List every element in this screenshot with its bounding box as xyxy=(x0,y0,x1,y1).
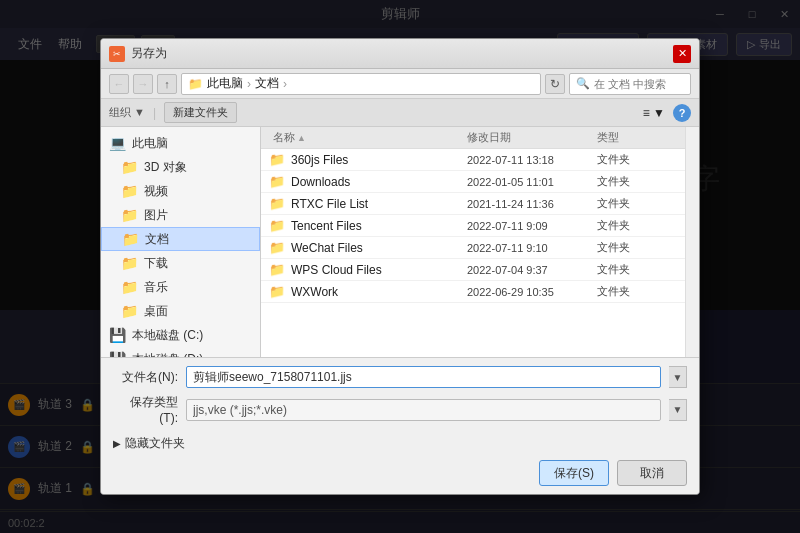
dialog-title-bar: ✂ 另存为 ✕ xyxy=(101,39,699,69)
search-box: 🔍 xyxy=(569,73,691,95)
refresh-button[interactable]: ↻ xyxy=(545,74,565,94)
file-label-0: 360js Files xyxy=(291,153,348,167)
breadcrumb-docs[interactable]: 文档 xyxy=(255,75,279,92)
search-icon: 🔍 xyxy=(576,77,590,90)
file-type-4: 文件夹 xyxy=(597,240,677,255)
filetype-dropdown-arrow[interactable]: ▼ xyxy=(669,399,687,421)
filename-row: 文件名(N): ▼ xyxy=(113,366,687,388)
dialog-overlay: ✂ 另存为 ✕ ← → ↑ 📁 此电脑 › 文档 › ↻ 🔍 xyxy=(0,0,800,533)
file-row-4[interactable]: 📁 WeChat Files 2022-07-11 9:10 文件夹 xyxy=(261,237,685,259)
view-icon: ≡ ▼ xyxy=(643,106,665,120)
dialog-bottom: 文件名(N): ▼ 保存类型(T): ▼ ▶ 隐藏文件夹 保存(S) 取消 xyxy=(101,357,699,494)
col-header-name[interactable]: 名称 ▲ xyxy=(269,130,467,145)
file-row-3[interactable]: 📁 Tencent Files 2022-07-11 9:09 文件夹 xyxy=(261,215,685,237)
nav-tree: 💻 此电脑 📁 3D 对象 📁 视频 📁 图片 xyxy=(101,127,261,357)
filename-label: 文件名(N): xyxy=(113,369,178,386)
folder-icon-1: 📁 xyxy=(269,174,285,189)
file-label-2: RTXC File List xyxy=(291,197,368,211)
col-header-type[interactable]: 类型 xyxy=(597,130,677,145)
file-type-6: 文件夹 xyxy=(597,284,677,299)
file-name-1: 📁 Downloads xyxy=(269,174,467,189)
organize-button[interactable]: 组织 ▼ xyxy=(109,105,145,120)
tree-item-3d[interactable]: 📁 3D 对象 xyxy=(101,155,260,179)
help-button[interactable]: ? xyxy=(673,104,691,122)
file-name-6: 📁 WXWork xyxy=(269,284,467,299)
search-input[interactable] xyxy=(594,78,684,90)
file-label-5: WPS Cloud Files xyxy=(291,263,382,277)
file-list: 名称 ▲ 修改日期 类型 📁 360js Files 2022-07-11 13… xyxy=(261,127,685,357)
tree-item-video[interactable]: 📁 视频 xyxy=(101,179,260,203)
folder-video-icon: 📁 xyxy=(121,183,138,199)
breadcrumb-bar: 📁 此电脑 › 文档 › xyxy=(181,73,541,95)
folder-downloads-icon: 📁 xyxy=(121,255,138,271)
file-type-0: 文件夹 xyxy=(597,152,677,167)
folder-icon-4: 📁 xyxy=(269,240,285,255)
file-row-1[interactable]: 📁 Downloads 2022-01-05 11:01 文件夹 xyxy=(261,171,685,193)
tree-item-desktop[interactable]: 📁 桌面 xyxy=(101,299,260,323)
col-name-label: 名称 xyxy=(273,130,295,145)
save-button[interactable]: 保存(S) xyxy=(539,460,609,486)
hidden-files-label: 隐藏文件夹 xyxy=(125,435,185,452)
filename-dropdown-arrow[interactable]: ▼ xyxy=(669,366,687,388)
folder-icon-3: 📁 xyxy=(269,218,285,233)
tree-item-d-drive[interactable]: 💾 本地磁盘 (D:) xyxy=(101,347,260,357)
file-row-5[interactable]: 📁 WPS Cloud Files 2022-07-04 9:37 文件夹 xyxy=(261,259,685,281)
app-background: 剪辑师 ─ □ ✕ 文件 帮助 16:9 4:3 ⬤ 录制屏幕 ＋ 插入素材 ▷… xyxy=(0,0,800,533)
tree-label-pc: 此电脑 xyxy=(132,135,168,152)
dialog-toolbar: 组织 ▼ | 新建文件夹 ≡ ▼ ? xyxy=(101,99,699,127)
view-toggle-button[interactable]: ≡ ▼ xyxy=(643,106,665,120)
tree-item-docs[interactable]: 📁 文档 xyxy=(101,227,260,251)
tree-label-pictures: 图片 xyxy=(144,207,168,224)
hidden-files-row: ▶ 隐藏文件夹 xyxy=(113,431,687,458)
file-date-3: 2022-07-11 9:09 xyxy=(467,220,597,232)
scrollbar[interactable] xyxy=(685,127,699,357)
tree-label-music: 音乐 xyxy=(144,279,168,296)
file-date-6: 2022-06-29 10:35 xyxy=(467,286,597,298)
file-name-3: 📁 Tencent Files xyxy=(269,218,467,233)
breadcrumb-pc[interactable]: 此电脑 xyxy=(207,75,243,92)
file-type-3: 文件夹 xyxy=(597,218,677,233)
file-date-2: 2021-11-24 11:36 xyxy=(467,198,597,210)
file-type-2: 文件夹 xyxy=(597,196,677,211)
col-header-date[interactable]: 修改日期 xyxy=(467,130,597,145)
file-type-1: 文件夹 xyxy=(597,174,677,189)
folder-icon-5: 📁 xyxy=(269,262,285,277)
file-date-1: 2022-01-05 11:01 xyxy=(467,176,597,188)
tree-item-c-drive[interactable]: 💾 本地磁盘 (C:) xyxy=(101,323,260,347)
nav-up-button[interactable]: ↑ xyxy=(157,74,177,94)
nav-back-button[interactable]: ← xyxy=(109,74,129,94)
folder-3d-icon: 📁 xyxy=(121,159,138,175)
drive-c-icon: 💾 xyxy=(109,327,126,343)
cancel-button[interactable]: 取消 xyxy=(617,460,687,486)
dialog-title-text: 另存为 xyxy=(131,45,667,62)
file-name-4: 📁 WeChat Files xyxy=(269,240,467,255)
tree-item-pc[interactable]: 💻 此电脑 xyxy=(101,131,260,155)
file-date-5: 2022-07-04 9:37 xyxy=(467,264,597,276)
dialog-content-area: 💻 此电脑 📁 3D 对象 📁 视频 📁 图片 xyxy=(101,127,699,357)
file-list-header: 名称 ▲ 修改日期 类型 xyxy=(261,127,685,149)
file-row-0[interactable]: 📁 360js Files 2022-07-11 13:18 文件夹 xyxy=(261,149,685,171)
file-row-6[interactable]: 📁 WXWork 2022-06-29 10:35 文件夹 xyxy=(261,281,685,303)
drive-d-icon: 💾 xyxy=(109,351,126,357)
filename-input[interactable] xyxy=(186,366,661,388)
tree-label-d-drive: 本地磁盘 (D:) xyxy=(132,351,203,358)
file-date-0: 2022-07-11 13:18 xyxy=(467,154,597,166)
file-type-5: 文件夹 xyxy=(597,262,677,277)
dialog-close-button[interactable]: ✕ xyxy=(673,45,691,63)
save-as-dialog: ✂ 另存为 ✕ ← → ↑ 📁 此电脑 › 文档 › ↻ 🔍 xyxy=(100,38,700,495)
tree-item-music[interactable]: 📁 音乐 xyxy=(101,275,260,299)
filetype-input xyxy=(186,399,661,421)
folder-pictures-icon: 📁 xyxy=(121,207,138,223)
breadcrumb-sep-1: › xyxy=(247,77,251,91)
file-name-5: 📁 WPS Cloud Files xyxy=(269,262,467,277)
tree-label-c-drive: 本地磁盘 (C:) xyxy=(132,327,203,344)
tree-item-pictures[interactable]: 📁 图片 xyxy=(101,203,260,227)
new-folder-button[interactable]: 新建文件夹 xyxy=(164,102,237,123)
dialog-nav-bar: ← → ↑ 📁 此电脑 › 文档 › ↻ 🔍 xyxy=(101,69,699,99)
expand-arrow-icon: ▶ xyxy=(113,438,121,449)
nav-forward-button[interactable]: → xyxy=(133,74,153,94)
tree-label-downloads: 下载 xyxy=(144,255,168,272)
file-row-2[interactable]: 📁 RTXC File List 2021-11-24 11:36 文件夹 xyxy=(261,193,685,215)
toolbar-sep: | xyxy=(153,106,156,120)
tree-item-downloads[interactable]: 📁 下载 xyxy=(101,251,260,275)
